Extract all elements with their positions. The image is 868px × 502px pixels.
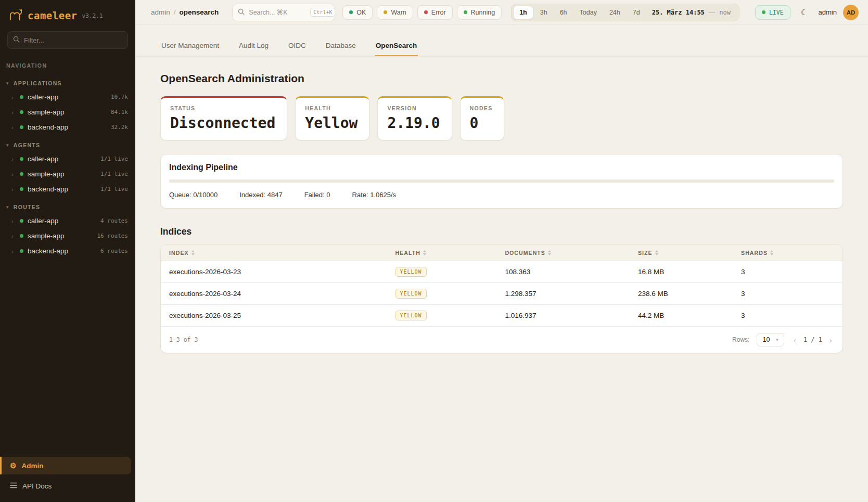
sidebar-item-agents-backend-app[interactable]: › backend-app 1/1 live	[0, 182, 135, 197]
gear-icon: ⚙	[10, 461, 17, 470]
avatar[interactable]: AD	[843, 5, 859, 20]
section-header-applications[interactable]: ▾ APPLICATIONS	[0, 77, 135, 89]
time-range-7d[interactable]: 7d	[627, 6, 646, 19]
live-indicator[interactable]: LIVE	[755, 5, 790, 20]
time-range-24h[interactable]: 24h	[604, 6, 626, 19]
sidebar-filter[interactable]	[7, 31, 128, 49]
table-footer-controls: Rows: 10 ▾ ‹ 1 / 1 ›	[732, 333, 834, 346]
rows-per-page-select[interactable]: 10 ▾	[757, 333, 784, 346]
tab-opensearch[interactable]: OpenSearch	[375, 38, 418, 56]
status-filters: OK Warn Error Running	[342, 5, 502, 20]
sidebar-item-label: caller-app	[28, 217, 58, 225]
breadcrumb-admin[interactable]: admin	[151, 8, 170, 16]
navigation-label: NAVIGATION	[0, 56, 135, 73]
time-range-6h[interactable]: 6h	[554, 6, 573, 19]
cameleer-logo-icon	[8, 8, 23, 23]
column-header-shards[interactable]: SHARDS	[741, 250, 834, 256]
tab-user-management[interactable]: User Management	[160, 38, 220, 56]
section-label: AGENTS	[14, 142, 41, 148]
sidebar-item-agents-sample-app[interactable]: › sample-app 1/1 live	[0, 166, 135, 182]
admin-label: Admin	[22, 462, 44, 470]
section-header-agents[interactable]: ▾ AGENTS	[0, 139, 135, 151]
filter-label: Running	[471, 9, 495, 16]
sidebar-item-routes-caller-app[interactable]: › caller-app 4 routes	[0, 213, 135, 228]
global-search-input[interactable]	[249, 9, 306, 16]
stat-value: Disconnected	[170, 114, 275, 132]
sidebar-item-admin[interactable]: ⚙ Admin	[0, 457, 131, 474]
row-range-label: 1–3 of 3	[169, 336, 198, 343]
filter-label: Warn	[391, 9, 406, 16]
tab-bar: User Management Audit Log OIDC Database …	[135, 25, 868, 57]
count-badge: 84.1k	[111, 109, 128, 115]
running-dot-icon	[464, 10, 467, 14]
tab-oidc[interactable]: OIDC	[287, 38, 307, 56]
status-dot	[20, 157, 23, 161]
column-header-health[interactable]: HEALTH	[395, 250, 505, 256]
pipeline-progress-bar	[169, 179, 834, 183]
time-range-3h[interactable]: 3h	[534, 6, 553, 19]
sidebar-item-label: caller-app	[28, 155, 58, 163]
sidebar-section-agents: ▾ AGENTS › caller-app 1/1 live › sample-…	[0, 139, 135, 197]
search-icon	[238, 8, 245, 17]
tab-database[interactable]: Database	[325, 38, 357, 56]
sidebar-item-applications-backend-app[interactable]: › backend-app 32.2k	[0, 120, 135, 135]
column-header-index[interactable]: INDEX	[169, 250, 395, 256]
global-search[interactable]: Ctrl+K	[232, 4, 335, 21]
prev-page-button[interactable]: ‹	[792, 336, 798, 344]
sidebar-filter-input[interactable]	[24, 36, 122, 44]
rows-per-page-label: Rows:	[732, 336, 749, 343]
cell-index: executions-2026-03-23	[169, 268, 395, 276]
moon-icon: ☾	[801, 8, 808, 17]
column-header-documents[interactable]: DOCUMENTS	[505, 250, 638, 256]
cell-health: YELLOW	[395, 311, 505, 320]
sidebar-item-api-docs[interactable]: API Docs	[0, 478, 135, 495]
next-page-button[interactable]: ›	[827, 336, 834, 344]
filter-warn[interactable]: Warn	[377, 5, 413, 20]
datetime-now: now	[719, 9, 731, 16]
chevron-right-icon: ›	[11, 171, 16, 177]
health-badge: YELLOW	[395, 289, 427, 299]
pagination: ‹ 1 / 1 ›	[792, 336, 834, 344]
sidebar-item-applications-sample-app[interactable]: › sample-app 84.1k	[0, 105, 135, 120]
filter-running[interactable]: Running	[457, 5, 502, 20]
filter-error[interactable]: Error	[417, 5, 453, 20]
status-dot	[20, 172, 23, 176]
content: User Management Audit Log OIDC Database …	[135, 25, 868, 502]
ok-dot-icon	[349, 10, 353, 14]
tab-audit-log[interactable]: Audit Log	[238, 38, 270, 56]
page-indicator: 1 / 1	[803, 336, 822, 343]
time-range-group: 1h 3h 6h Today 24h 7d 25. März 14:55 — n…	[511, 4, 739, 21]
live-badge: 1/1 live	[100, 171, 128, 177]
table-row: executions-2026-03-25 YELLOW 1.016.937 4…	[161, 305, 843, 327]
page-title: OpenSearch Administration	[135, 57, 868, 85]
cell-index: executions-2026-03-25	[169, 312, 395, 319]
routes-badge: 4 routes	[100, 217, 128, 224]
cell-size: 44.2 MB	[638, 312, 741, 319]
sidebar-item-routes-sample-app[interactable]: › sample-app 16 routes	[0, 228, 135, 243]
chevron-down-icon: ▾	[776, 337, 778, 342]
time-range-today[interactable]: Today	[574, 6, 603, 19]
time-range-1h[interactable]: 1h	[513, 6, 533, 19]
table-footer: 1–3 of 3 Rows: 10 ▾ ‹ 1 / 1 ›	[161, 327, 843, 353]
breadcrumb-opensearch[interactable]: opensearch	[180, 8, 219, 16]
status-dot	[20, 219, 23, 223]
list-icon	[10, 482, 17, 490]
chevron-right-icon: ›	[11, 248, 16, 254]
sidebar-item-routes-backend-app[interactable]: › backend-app 6 routes	[0, 243, 135, 259]
filter-ok[interactable]: OK	[342, 5, 373, 20]
section-header-routes[interactable]: ▾ ROUTES	[0, 201, 135, 213]
status-dot	[20, 187, 23, 191]
sidebar-item-agents-caller-app[interactable]: › caller-app 1/1 live	[0, 151, 135, 166]
count-badge: 10.7k	[111, 94, 128, 100]
chevron-right-icon: ›	[11, 233, 16, 239]
datetime-picker[interactable]: 25. März 14:55 — now	[647, 9, 736, 16]
theme-toggle[interactable]: ☾	[797, 5, 812, 20]
sidebar-item-label: sample-app	[28, 170, 65, 178]
live-badge: 1/1 live	[100, 156, 128, 162]
cell-shards: 3	[741, 290, 834, 298]
cell-size: 238.6 MB	[638, 290, 741, 298]
cell-size: 16.8 MB	[638, 268, 741, 276]
column-header-size[interactable]: SIZE	[638, 250, 741, 256]
stat-label: HEALTH	[305, 105, 358, 111]
sidebar-item-applications-caller-app[interactable]: › caller-app 10.7k	[0, 89, 135, 105]
